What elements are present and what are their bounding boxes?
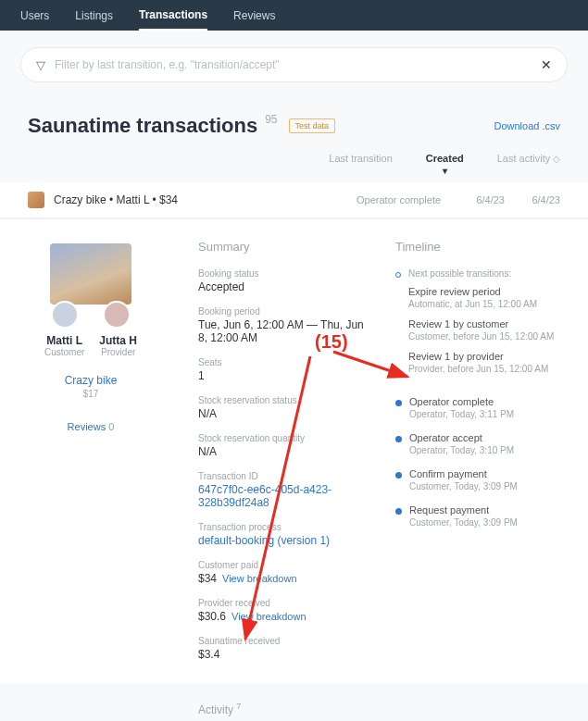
timeline-possible-item: Review 1 by providerProvider, before Jun… [408,351,554,374]
transaction-detail: Matti L Customer Jutta H Provider Crazy … [0,218,588,683]
timeline-dot-icon [395,436,402,442]
activity-heading: Activity 7 [198,702,571,716]
filter-icon: ▽ [36,58,45,72]
field-value: 1 [198,369,369,382]
nav-reviews[interactable]: Reviews [233,0,275,31]
field-label: Stock reservation quantity [198,433,369,443]
side-panel: Matti L Customer Jutta H Provider Crazy … [0,219,181,683]
provider-name: Jutta H [99,334,137,347]
field-label: Seats [198,357,369,367]
summary-field: Saunatime received$3.4 [198,636,369,661]
summary-section: Summary Booking statusAcceptedBooking pe… [198,240,369,674]
field-label: Customer paid [198,560,369,570]
summary-field: Booking periodTue, Jun 6, 12:00 AM — Thu… [198,306,369,344]
timeline-done-item: Operator acceptOperator, Today, 3:10 PM [395,432,571,455]
timeline-done-item: Operator completeOperator, Today, 3:11 P… [395,396,571,419]
timeline-item-sub: Operator, Today, 3:10 PM [409,445,514,455]
transaction-status: Operator complete [357,194,449,205]
summary-field: Stock reservation statusN/A [198,395,369,420]
top-navbar: Users Listings Transactions Reviews [0,0,588,31]
view-breakdown-link[interactable]: View breakdown [222,573,297,584]
field-label: Booking period [198,306,369,317]
customer-block: Matti L Customer [44,334,84,357]
field-value: Tue, Jun 6, 12:00 AM — Thu, Jun 8, 12:00… [198,318,369,344]
summary-field: Customer paid$34View breakdown [198,560,369,585]
summary-field: Stock reservation quantityN/A [198,433,369,458]
reviews-link[interactable]: Reviews 0 [15,421,167,432]
listing-hero-image [50,243,131,305]
timeline-section: Timeline Next possible transitions: Expi… [395,240,571,674]
field-label: Transaction process [198,522,369,532]
customer-name: Matti L [44,334,84,347]
timeline-item-title: Request payment [409,504,518,516]
field-label: Stock reservation status [198,395,369,405]
timeline-item-sub: Operator, Today, 3:11 PM [409,409,514,419]
nav-users[interactable]: Users [20,0,49,31]
transaction-activity: 6/4/23 [505,194,560,205]
timeline-item-title: Review 1 by customer [408,318,554,329]
search-input[interactable] [55,58,532,71]
timeline-possible-item: Review 1 by customerCustomer, before Jun… [408,318,554,342]
provider-avatar[interactable] [103,301,131,329]
search-box[interactable]: ▽ ✕ [20,47,568,82]
content-panel: Summary Booking statusAcceptedBooking pe… [181,219,588,683]
field-label: Transaction ID [198,471,369,481]
timeline-item-title: Operator complete [409,396,514,407]
timeline-item-title: Confirm payment [409,468,518,479]
title-count: 95 [265,113,277,126]
transaction-created: 6/4/23 [449,194,505,205]
customer-avatar[interactable] [51,301,79,329]
col-last-activity[interactable]: Last activity [497,153,560,164]
timeline-possible-item: Expire review periodAutomatic, at Jun 15… [408,286,554,309]
field-label: Provider received [198,598,369,608]
customer-role: Customer [44,347,84,357]
field-value: $30.6View breakdown [198,610,369,623]
col-last-transition[interactable]: Last transition [329,153,392,164]
summary-field: Provider received$30.6View breakdown [198,598,369,623]
transaction-row[interactable]: Crazy bike • Matti L • $34 Operator comp… [0,182,588,218]
timeline-done-item: Confirm paymentCustomer, Today, 3:09 PM [395,468,571,491]
timeline-item-sub: Provider, before Jun 15, 12:00 AM [408,364,554,374]
timeline-dot-icon [395,472,402,479]
title-row: Saunatime transactions 95 Test data Down… [0,90,588,142]
transaction-title: Crazy bike • Matti L • $34 [54,193,357,206]
timeline-open-dot-icon [395,272,401,278]
field-value: $34View breakdown [198,572,369,585]
col-created[interactable]: Created [426,153,464,164]
clear-search-icon[interactable]: ✕ [541,57,552,72]
timeline-item-sub: Customer, Today, 3:09 PM [409,481,518,491]
summary-heading: Summary [198,240,369,254]
timeline-dot-icon [395,400,402,406]
field-value: $3.4 [198,648,369,661]
timeline-done-item: Request paymentCustomer, Today, 3:09 PM [395,504,571,528]
field-value: N/A [198,407,369,420]
summary-field: Seats1 [198,357,369,382]
activity-section: Activity 7 Operator completeOperator, To… [0,683,588,721]
timeline-next-label: Next possible transitions: [408,268,554,279]
summary-field: Booking statusAccepted [198,268,369,293]
search-row: ▽ ✕ [0,31,588,90]
listing-link[interactable]: Crazy bike [15,374,167,387]
field-value: Accepted [198,280,369,293]
provider-block: Jutta H Provider [99,334,137,357]
nav-transactions[interactable]: Transactions [139,0,207,31]
view-breakdown-link[interactable]: View breakdown [231,611,307,622]
timeline-next-heading: Next possible transitions: Expire review… [395,268,571,383]
field-value[interactable]: default-booking (version 1) [198,534,369,547]
timeline-item-sub: Customer, Today, 3:09 PM [409,517,518,528]
column-headers: Last transition Created Last activity [0,142,588,169]
field-value[interactable]: 647c7f0c-ee6c-405d-a423-328b39df24a8 [198,483,369,509]
timeline-heading: Timeline [395,240,571,254]
timeline-item-sub: Customer, before Jun 15, 12:00 AM [408,331,554,342]
page-title: Saunatime transactions [28,114,257,138]
test-data-badge: Test data [289,118,336,133]
timeline-item-title: Review 1 by provider [408,351,554,362]
timeline-item-title: Expire review period [408,286,554,297]
download-csv-link[interactable]: Download .csv [494,120,560,131]
summary-field: Transaction processdefault-booking (vers… [198,522,369,547]
avatars [15,301,167,329]
timeline-item-title: Operator accept [409,432,514,443]
listing-thumbnail [28,192,44,208]
provider-role: Provider [99,347,137,357]
nav-listings[interactable]: Listings [75,0,113,31]
